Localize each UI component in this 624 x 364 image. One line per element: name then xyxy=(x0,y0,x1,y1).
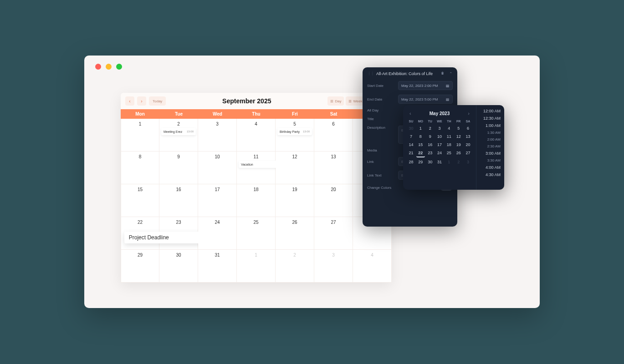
dp-day[interactable]: 15 xyxy=(416,141,425,148)
minimize-window-icon[interactable] xyxy=(106,64,112,70)
dp-time-option[interactable]: 2:00 AM xyxy=(478,136,502,142)
dp-time-option[interactable]: 12:30 AM xyxy=(478,115,502,121)
calendar-cell[interactable]: 17 xyxy=(198,184,237,217)
dp-dow-label: SA xyxy=(464,120,472,123)
event-time: 13:00 xyxy=(187,130,194,133)
dp-day[interactable]: 24 xyxy=(435,149,444,157)
dp-day[interactable]: 28 xyxy=(407,158,415,166)
dp-day[interactable]: 22 xyxy=(416,149,425,157)
dp-day[interactable]: 20 xyxy=(464,141,472,148)
close-window-icon[interactable] xyxy=(95,64,101,70)
calendar-cell[interactable]: 20 xyxy=(314,184,353,217)
calendar-cell[interactable]: 19 xyxy=(276,184,314,217)
dp-time-option[interactable]: 4:00 AM xyxy=(478,164,502,171)
dp-day[interactable]: 18 xyxy=(445,141,453,148)
dp-day[interactable]: 4 xyxy=(445,125,453,132)
start-date-field[interactable]: May 22, 2023 2:00 PM xyxy=(398,81,453,90)
calendar-cell[interactable]: 29 xyxy=(121,250,159,283)
calendar-cell[interactable]: 3 xyxy=(314,250,353,283)
event-time: 13:00 xyxy=(303,130,310,133)
dp-day[interactable]: 30 xyxy=(407,125,415,132)
calendar-event[interactable]: Birthday Party13:00 xyxy=(277,128,312,135)
calendar-cell[interactable]: 27 xyxy=(314,217,353,250)
calendar-cell[interactable]: 23Project Deadline xyxy=(159,217,198,250)
dp-day[interactable]: 3 xyxy=(464,158,472,166)
dp-time-option[interactable]: 1:00 AM xyxy=(478,122,502,129)
calendar-cell[interactable]: 13 xyxy=(314,152,353,184)
dp-day[interactable]: 2 xyxy=(426,125,435,132)
dp-day[interactable]: 9 xyxy=(426,133,435,140)
calendar-cell[interactable]: 16 xyxy=(159,184,198,217)
calendar-cell[interactable]: 2 xyxy=(276,250,314,283)
dp-day[interactable]: 1 xyxy=(416,125,425,132)
dp-prev-button[interactable]: ‹ xyxy=(408,111,413,116)
calendar-cell[interactable]: 9 xyxy=(159,152,198,184)
dp-next-button[interactable]: › xyxy=(466,111,471,116)
calendar-cell[interactable]: 11Vacation xyxy=(237,152,276,184)
calendar-cell[interactable]: 6 xyxy=(314,119,353,152)
calendar-cell[interactable]: 12 xyxy=(276,152,314,184)
calendar-cell[interactable]: 10 xyxy=(198,152,237,184)
calendar-cell[interactable]: 25 xyxy=(237,217,276,250)
end-date-field[interactable]: May 22, 2023 5:00 PM xyxy=(398,95,453,104)
dp-day[interactable]: 19 xyxy=(454,141,463,148)
view-label: Day xyxy=(335,99,341,103)
dp-day[interactable]: 13 xyxy=(464,133,472,140)
day-number: 16 xyxy=(176,187,181,192)
dp-day[interactable]: 21 xyxy=(407,149,415,157)
dp-day[interactable]: 29 xyxy=(416,158,425,166)
calendar-cell[interactable]: 31 xyxy=(198,250,237,283)
dp-time-option[interactable]: 2:30 AM xyxy=(478,143,502,149)
dp-time-option[interactable]: 12:00 AM xyxy=(478,108,502,114)
dp-day[interactable]: 10 xyxy=(435,133,444,140)
dp-time-option[interactable]: 3:00 AM xyxy=(478,150,502,157)
calendar-cell[interactable]: 15 xyxy=(121,184,159,217)
prev-month-button[interactable]: ‹ xyxy=(125,96,134,106)
calendar-cell[interactable]: 18 xyxy=(237,184,276,217)
dp-day[interactable]: 31 xyxy=(435,158,444,166)
dp-day[interactable]: 12 xyxy=(454,133,463,140)
calendar-cell[interactable]: 30 xyxy=(159,250,198,283)
dp-day[interactable]: 5 xyxy=(454,125,463,132)
dp-day[interactable]: 23 xyxy=(426,149,435,157)
day-number: 31 xyxy=(215,253,220,258)
dp-day[interactable]: 16 xyxy=(426,141,435,148)
day-number: 10 xyxy=(215,154,220,159)
calendar-cell[interactable]: 1 xyxy=(121,119,159,152)
dp-time-option[interactable]: 1:30 AM xyxy=(478,130,502,136)
dp-day[interactable]: 17 xyxy=(435,141,444,148)
calendar-event[interactable]: Meeting Erez13:00 xyxy=(161,128,196,135)
event-label: Vacation xyxy=(241,163,253,166)
calendar-cell[interactable]: 24 xyxy=(198,217,237,250)
calendar-cell[interactable]: 5Birthday Party13:00 xyxy=(276,119,314,152)
dp-day[interactable]: 30 xyxy=(426,158,435,166)
dp-time-option[interactable]: 4:30 AM xyxy=(478,172,502,178)
calendar-cell[interactable]: 1 xyxy=(237,250,276,283)
collapse-icon[interactable]: ⌃ xyxy=(449,71,453,76)
dp-time-option[interactable]: 3:30 AM xyxy=(478,157,502,163)
dp-day[interactable]: 14 xyxy=(407,141,415,148)
view-day-button[interactable]: Day xyxy=(327,96,344,106)
calendar-cell[interactable]: 3 xyxy=(198,119,237,152)
trash-icon[interactable] xyxy=(440,71,445,76)
calendar-icon xyxy=(445,84,450,88)
dp-day[interactable]: 25 xyxy=(445,149,453,157)
drag-handle-icon[interactable]: ⋮⋮ xyxy=(367,71,373,76)
calendar-cell[interactable]: 4 xyxy=(237,119,276,152)
dp-day[interactable]: 11 xyxy=(445,133,453,140)
dp-day[interactable]: 27 xyxy=(464,149,472,157)
calendar-cell[interactable]: 2Meeting Erez13:00 xyxy=(159,119,198,152)
dp-day[interactable]: 8 xyxy=(416,133,425,140)
dp-day[interactable]: 1 xyxy=(445,158,453,166)
dp-day[interactable]: 7 xyxy=(407,133,415,140)
today-button[interactable]: Today xyxy=(149,96,166,106)
dp-day[interactable]: 6 xyxy=(464,125,472,132)
dp-day[interactable]: 2 xyxy=(454,158,463,166)
dp-day[interactable]: 3 xyxy=(435,125,444,132)
calendar-cell[interactable]: 8 xyxy=(121,152,159,184)
calendar-cell[interactable]: 4 xyxy=(353,250,392,283)
maximize-window-icon[interactable] xyxy=(116,64,122,70)
dp-day[interactable]: 26 xyxy=(454,149,463,157)
calendar-cell[interactable]: 26 xyxy=(276,217,314,250)
next-month-button[interactable]: › xyxy=(137,96,146,106)
